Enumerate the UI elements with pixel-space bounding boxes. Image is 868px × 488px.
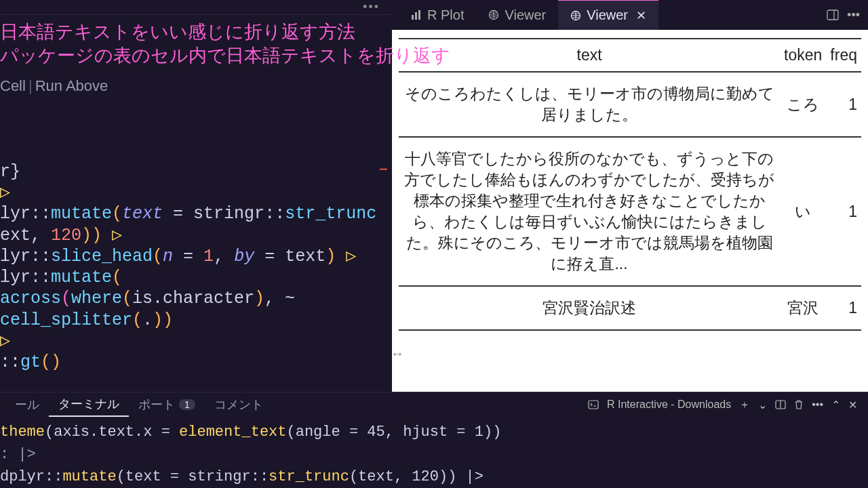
heading-1: 日本語テキストをいい感じに折り返す方法 <box>0 20 392 44</box>
diff-minus-icon: − <box>379 161 388 180</box>
svg-rect-0 <box>412 15 414 20</box>
viewer-pane: R Plot Viewer Viewer ✕ <box>392 0 868 392</box>
chart-icon <box>411 9 422 20</box>
cell-text: 宮沢賢治訳述 <box>399 286 780 330</box>
chevron-down-icon[interactable]: ⌄ <box>758 399 767 411</box>
cell-freq: 1 <box>826 72 861 137</box>
panel-tab-tools[interactable]: ール <box>5 392 49 417</box>
tab-rplot[interactable]: R Plot <box>399 0 476 30</box>
tab-label: Viewer <box>505 7 546 23</box>
resize-handle-icon[interactable]: ↔ <box>393 346 401 363</box>
split-editor-icon[interactable] <box>827 9 839 21</box>
bottom-panel: ール ターミナル ポート 1 コメント R Interactive - Down… <box>0 392 868 488</box>
data-table: text token freq そのころわたくしは、モリーオ市の博物局に勤めて居… <box>399 38 861 331</box>
close-icon[interactable]: ✕ <box>636 8 646 23</box>
split-terminal-icon[interactable] <box>775 399 786 410</box>
svg-rect-5 <box>827 10 838 20</box>
tab-bar: R Plot Viewer Viewer ✕ <box>392 0 868 30</box>
svg-rect-7 <box>589 401 598 409</box>
cell-text: 十八等官でしたから役所のなかでも、ずうっと下の方でしたし俸給もほんのわずかでした… <box>399 137 780 286</box>
col-header-token: token <box>780 39 826 72</box>
more-icon[interactable]: ••• <box>847 8 860 22</box>
panel-tab-ports[interactable]: ポート 1 <box>129 392 205 417</box>
col-header-text: text <box>399 39 780 72</box>
tab-viewer[interactable]: Viewer <box>476 0 558 30</box>
cell-token: ころ <box>780 72 826 137</box>
cell-token: い <box>780 137 826 286</box>
globe-icon <box>488 9 499 20</box>
col-header-freq: freq <box>826 39 861 72</box>
terminal-output[interactable]: theme(axis.text.x = element_text(angle =… <box>0 417 868 488</box>
tab-label: R Plot <box>427 7 464 23</box>
tab-label: Viewer <box>587 7 628 23</box>
codelens-run-above[interactable]: Run Above <box>35 77 108 94</box>
cell-freq: 1 <box>826 286 861 330</box>
panel-tab-label: ポート <box>138 396 175 413</box>
table-row: 十八等官でしたから役所のなかでも、ずうっと下の方でしたし俸給もほんのわずかでした… <box>399 137 861 286</box>
tab-viewer-active[interactable]: Viewer ✕ <box>558 0 658 30</box>
new-terminal-icon[interactable]: ＋ <box>739 398 750 412</box>
terminal-session-name[interactable]: R Interactive - Downloads <box>607 399 731 411</box>
editor-more-icon[interactable]: ••• <box>363 0 380 14</box>
cell-freq: 1 <box>826 137 861 286</box>
terminal-type-icon <box>588 399 599 410</box>
cell-token: 宮沢 <box>780 286 826 330</box>
heading-2: パッケージの表のセル内で日本語テキストを折り返す <box>0 44 392 68</box>
globe-icon <box>570 10 581 21</box>
panel-tab-terminal[interactable]: ターミナル <box>49 392 129 417</box>
panel-tab-comments[interactable]: コメント <box>205 392 273 417</box>
close-icon[interactable]: ✕ <box>848 399 857 411</box>
codelens: Cell|Run Above <box>0 70 392 98</box>
codelens-run-cell[interactable]: Cell <box>0 77 26 94</box>
chevron-up-icon[interactable]: ⌃ <box>831 399 840 411</box>
svg-rect-1 <box>415 12 417 20</box>
table-row: そのころわたくしは、モリーオ市の博物局に勤めて居りました。 ころ 1 <box>399 72 861 137</box>
trash-icon[interactable] <box>794 399 804 410</box>
panel-tab-bar: ール ターミナル ポート 1 コメント R Interactive - Down… <box>0 392 868 417</box>
code-editor[interactable]: − ↔ r} ▷ lyr::mutate(text = stringr::str… <box>0 98 392 394</box>
table-row: 宮沢賢治訳述 宮沢 1 <box>399 286 861 330</box>
viewer-body: text token freq そのころわたくしは、モリーオ市の博物局に勤めて居… <box>392 30 868 392</box>
more-icon[interactable]: ••• <box>812 399 823 411</box>
editor-pane: ••• ストをいい感じに折り返す方法 › ▤ gtパッケージの表のセル内で日本語… <box>0 0 392 392</box>
cell-text: そのころわたくしは、モリーオ市の博物局に勤めて居りました。 <box>399 72 780 137</box>
ports-badge: 1 <box>179 399 195 410</box>
svg-rect-2 <box>418 10 420 20</box>
